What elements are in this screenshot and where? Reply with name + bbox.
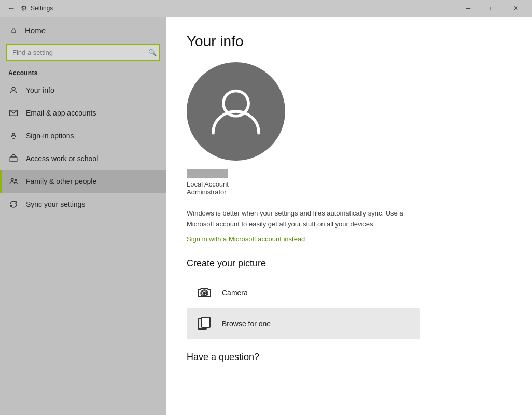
family-label: Family & other people — [26, 177, 96, 185]
camera-icon — [195, 283, 214, 302]
back-icon: ← — [7, 4, 16, 13]
browse-icon — [195, 314, 214, 333]
svg-point-6 — [15, 179, 17, 181]
access-work-label: Access work or school — [26, 154, 98, 163]
main-content: Your info Local Account Administrator Wi… — [166, 17, 532, 415]
camera-option[interactable]: Camera — [187, 277, 420, 308]
close-button[interactable]: ✕ — [504, 0, 528, 17]
avatar-section: Local Account Administrator — [187, 62, 511, 196]
sidebar-item-access-work[interactable]: Access work or school — [0, 147, 166, 170]
sync-icon — [8, 199, 19, 209]
svg-point-0 — [12, 87, 15, 90]
maximize-button[interactable]: □ — [480, 0, 504, 17]
minimize-button[interactable]: ─ — [456, 0, 480, 17]
home-icon: ⌂ — [8, 25, 19, 35]
search-button[interactable]: 🔍 — [148, 49, 157, 56]
email-icon — [8, 108, 19, 118]
question-title: Have a question? — [187, 352, 511, 363]
your-info-icon — [8, 85, 19, 95]
email-label: Email & app accounts — [26, 109, 96, 117]
family-icon — [8, 176, 19, 187]
sync-description: Windows is better when your settings and… — [187, 208, 425, 230]
back-button[interactable]: ← — [4, 1, 19, 16]
signin-icon — [8, 131, 19, 141]
title-bar-text: Settings — [31, 5, 456, 12]
username-bar — [187, 169, 228, 178]
title-bar: ← ⚙ Settings ─ □ ✕ — [0, 0, 532, 17]
window-controls: ─ □ ✕ — [456, 0, 528, 17]
sidebar-item-signin[interactable]: Sign-in options — [0, 124, 166, 147]
browse-label: Browse for one — [222, 320, 271, 328]
settings-icon: ⚙ — [21, 4, 27, 12]
account-role: Administrator — [187, 188, 227, 196]
svg-point-11 — [203, 292, 205, 294]
app-body: ⌂ Home 🔍 Accounts Your info — [0, 17, 532, 415]
svg-rect-14 — [202, 317, 210, 327]
signin-label: Sign-in options — [26, 132, 74, 140]
avatar-icon — [207, 83, 264, 140]
sync-label: Sync your settings — [26, 200, 85, 208]
your-info-label: Your info — [26, 86, 54, 94]
sidebar-item-your-info[interactable]: Your info — [0, 79, 166, 102]
sidebar: ⌂ Home 🔍 Accounts Your info — [0, 17, 166, 415]
account-type: Local Account — [187, 180, 229, 188]
svg-point-5 — [11, 178, 14, 181]
sidebar-item-family[interactable]: Family & other people — [0, 170, 166, 193]
page-title: Your info — [187, 33, 511, 50]
sidebar-item-home[interactable]: ⌂ Home — [0, 17, 166, 44]
camera-label: Camera — [222, 289, 248, 297]
sidebar-section-accounts: Accounts — [0, 65, 166, 79]
home-label: Home — [25, 26, 46, 35]
sidebar-item-email[interactable]: Email & app accounts — [0, 102, 166, 124]
search-input[interactable] — [6, 44, 160, 61]
search-container: 🔍 — [6, 44, 160, 61]
sidebar-item-sync[interactable]: Sync your settings — [0, 193, 166, 216]
create-picture-title: Create your picture — [187, 258, 511, 269]
avatar — [187, 62, 285, 161]
svg-rect-4 — [10, 157, 17, 162]
access-work-icon — [8, 153, 19, 164]
browse-option[interactable]: Browse for one — [187, 308, 420, 339]
microsoft-signin-link[interactable]: Sign in with a Microsoft account instead — [187, 235, 305, 243]
